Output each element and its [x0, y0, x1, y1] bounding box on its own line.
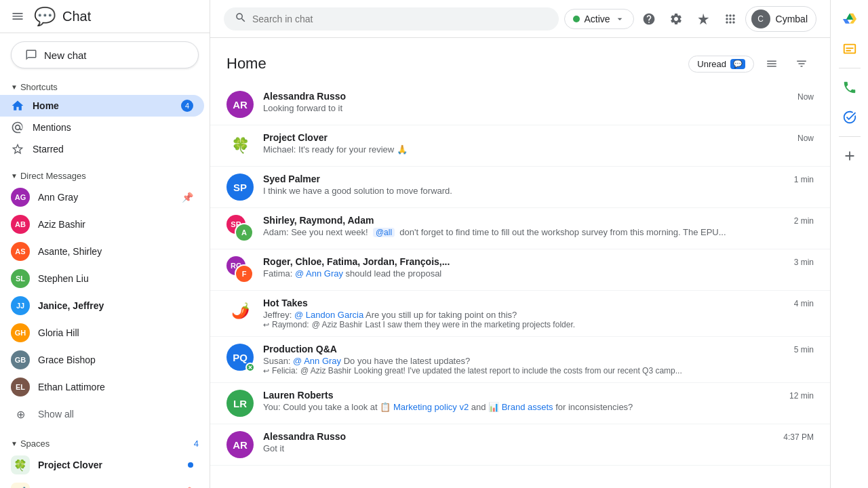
chat-item-production-qa[interactable]: PQ Production Q&A 5 min Susan: @ Ann Gra… [210, 337, 830, 383]
chat-name: Alessandra Russo [263, 91, 346, 102]
chat-time: 4 min [794, 299, 814, 308]
chat-content: Project Clover Now Michael: It's ready f… [263, 132, 814, 155]
sidebar-item-grace-bishop[interactable]: GB Grace Bishop [0, 346, 204, 373]
avatar-janice-jeffrey: JJ [11, 296, 30, 315]
chat-preview-line1: Susan: @ Ann Gray Do you have the latest… [263, 356, 814, 366]
mentions-label: Mentions [33, 122, 193, 133]
chat-content: Lauren Roberts 12 min You: Could you tak… [263, 390, 814, 412]
home-header: Home Unread 💬 [210, 38, 830, 84]
avatar: LR [226, 390, 254, 417]
space-icon-cymbal: 📢 [11, 483, 30, 488]
chat-time: 4:37 PM [783, 432, 814, 442]
sidebar-item-gloria-hill[interactable]: GH Gloria Hill [0, 319, 204, 346]
chat-item-lauren-roberts[interactable]: LR Lauren Roberts 12 min You: Could you … [210, 383, 830, 424]
status-label: Active [584, 14, 610, 24]
new-chat-button[interactable]: New chat [11, 41, 199, 68]
sidebar: 💬 Chat New chat ▼ Shortcuts Home 4 Menti… [0, 0, 210, 488]
drive-icon-button[interactable] [836, 5, 863, 33]
app-header: Active C Cymbal [210, 0, 830, 38]
chat-content: Production Q&A 5 min Susan: @ Ann Gray D… [263, 344, 814, 375]
avatar-ethan-lattimore: EL [11, 378, 30, 396]
avatar-asante-shirley: AS [11, 242, 30, 261]
hamburger-icon[interactable] [8, 7, 27, 26]
sidebar-item-asante-shirley[interactable]: AS Asante, Shirley [0, 238, 204, 265]
chat-content: Syed Palmer 1 min I think we have a good… [263, 174, 814, 196]
avatar-ann-gray: AG [11, 188, 30, 207]
shortcuts-header[interactable]: ▼ Shortcuts [0, 77, 210, 95]
sidebar-item-home[interactable]: Home 4 [0, 95, 204, 117]
chat-preview-line2: Raymond: @ Aziz Bashir Last I saw them t… [263, 320, 814, 329]
settings-button[interactable] [664, 7, 688, 31]
phone-icon-button[interactable] [836, 74, 863, 101]
add-app-button[interactable] [836, 142, 863, 169]
toggle-icon: 💬 [730, 59, 745, 69]
sidebar-item-aziz-bashir[interactable]: AB Aziz Bashir [0, 211, 204, 238]
unread-toggle[interactable]: Unread 💬 [688, 56, 754, 73]
space-avatar-hot-takes: 🌶️ [226, 298, 254, 325]
chat-item-roger-group[interactable]: RC F Roger, Chloe, Fatima, Jordan, Franç… [210, 249, 830, 291]
group-avatar: SR A [226, 215, 254, 242]
sparkle-button[interactable] [691, 7, 715, 31]
sidebar-item-project-clover[interactable]: 🍀 Project Clover [0, 451, 204, 479]
spaces-header[interactable]: ▼ Spaces 4 [0, 433, 210, 451]
chat-name: Project Clover [263, 132, 328, 143]
tasks-icon-button[interactable] [836, 104, 863, 131]
right-panel-divider-2 [839, 136, 861, 137]
search-icon [235, 12, 247, 26]
sidebar-item-stephen-liu[interactable]: SL Stephen Liu [0, 265, 204, 292]
sidebar-item-starred[interactable]: Starred [0, 138, 204, 160]
user-name: Cymbal [776, 14, 808, 24]
search-input[interactable] [252, 14, 548, 24]
chat-name: Syed Palmer [263, 174, 320, 184]
chat-item-project-clover[interactable]: 🍀 Project Clover Now Michael: It's ready… [210, 125, 830, 167]
sidebar-item-cymbal-announcements[interactable]: 📢 Cymbal Announcements 📌 [0, 479, 204, 488]
chat-item-shirley-raymond-adam[interactable]: SR A Shirley, Raymond, Adam 2 min Adam: … [210, 208, 830, 249]
chat-name: Shirley, Raymond, Adam [263, 215, 374, 226]
space-dot [188, 462, 193, 468]
spaces-count: 4 [194, 439, 199, 449]
dm-header[interactable]: ▼ Direct Messages [0, 165, 210, 184]
sidebar-item-ethan-lattimore[interactable]: EL Ethan Lattimore [0, 373, 204, 401]
sidebar-item-show-all[interactable]: ⊕ Show all [0, 401, 204, 428]
dm-label: Direct Messages [20, 171, 86, 181]
status-button[interactable]: Active [564, 9, 633, 29]
user-chip[interactable]: C Cymbal [745, 6, 816, 32]
pin-icon: 📌 [182, 192, 193, 203]
space-avatar-project-clover: 🍀 [226, 132, 254, 159]
chat-time: 3 min [794, 258, 814, 267]
help-button[interactable] [637, 7, 661, 31]
filter-button[interactable] [789, 52, 814, 76]
unread-label: Unread [697, 59, 726, 69]
dm-arrow: ▼ [11, 172, 18, 180]
home-controls: Unread 💬 [688, 52, 814, 76]
chat-item-syed-palmer[interactable]: SP Syed Palmer 1 min I think we have a g… [210, 167, 830, 208]
chat-item-alessandra-russo-1[interactable]: AR Alessandra Russo Now Looking forward … [210, 84, 830, 125]
chevron-down-icon [614, 14, 625, 24]
sidebar-item-janice-jeffrey[interactable]: JJ Janice, Jeffrey [0, 292, 204, 319]
chat-preview-line2: Felicia: @ Aziz Bashir Looking great! I'… [263, 366, 814, 375]
starred-label: Starred [33, 144, 193, 155]
sidebar-item-mentions[interactable]: Mentions [0, 117, 204, 138]
avatar: AR [226, 431, 254, 458]
chat-name: Production Q&A [263, 344, 337, 354]
apps-button[interactable] [718, 7, 743, 31]
chat-time: Now [797, 134, 814, 143]
chat-content: Hot Takes 4 min Jeffrey: @ Landon Garcia… [263, 298, 814, 329]
search-bar[interactable] [224, 7, 559, 30]
group-avatar: RC F [226, 256, 254, 283]
main-content: Active C Cymbal Home Un [210, 0, 830, 488]
chat-item-hot-takes[interactable]: 🌶️ Hot Takes 4 min Jeffrey: @ Landon Gar… [210, 291, 830, 337]
home-label: Home [33, 100, 173, 111]
sites-icon-button[interactable] [836, 35, 863, 62]
chat-time: 12 min [789, 391, 814, 401]
chat-name: Hot Takes [263, 298, 308, 308]
avatar-aziz-bashir: AB [11, 215, 30, 234]
list-view-button[interactable] [760, 52, 784, 76]
chat-preview: Fatima: @ Ann Gray should lead the propo… [263, 268, 814, 279]
spaces-arrow: ▼ [11, 440, 18, 447]
space-badge [245, 363, 255, 372]
sidebar-item-ann-gray[interactable]: AG Ann Gray 📌 [0, 184, 204, 211]
header-right: Active C Cymbal [564, 6, 816, 32]
chat-preview-line1: Jeffrey: @ Landon Garcia Are you still u… [263, 310, 814, 320]
chat-item-alessandra-russo-2[interactable]: AR Alessandra Russo 4:37 PM Got it [210, 424, 830, 466]
